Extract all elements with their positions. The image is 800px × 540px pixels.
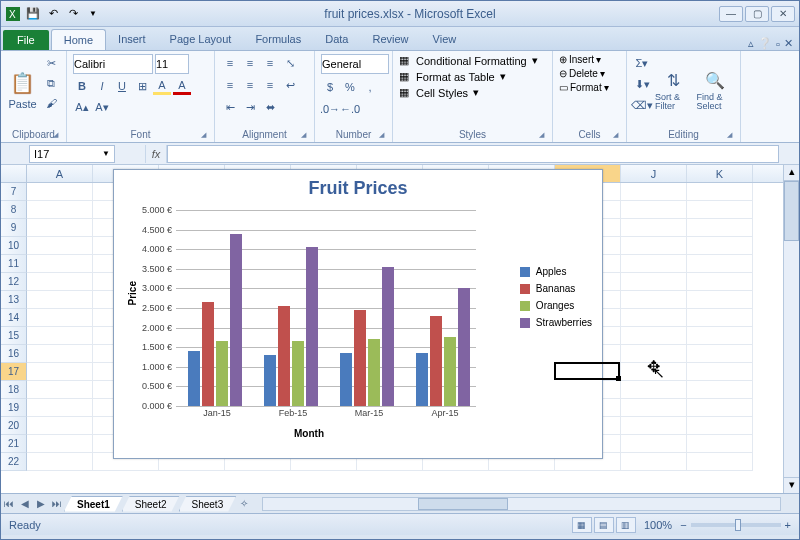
page-layout-view-icon[interactable]: ▤: [594, 517, 614, 533]
cell[interactable]: [621, 399, 687, 417]
cell[interactable]: [621, 327, 687, 345]
vertical-scrollbar[interactable]: ▴ ▾: [783, 165, 799, 493]
col-header[interactable]: A: [27, 165, 93, 182]
cell[interactable]: [621, 435, 687, 453]
comma-icon[interactable]: ,: [361, 78, 379, 96]
cell[interactable]: [687, 435, 753, 453]
format-cells-button[interactable]: ▭ Format ▾: [559, 82, 620, 93]
bold-button[interactable]: B: [73, 77, 91, 95]
row-header[interactable]: 21: [1, 435, 27, 453]
merge-center-icon[interactable]: ⬌: [261, 98, 279, 116]
decrease-indent-icon[interactable]: ⇤: [221, 98, 239, 116]
cell[interactable]: [27, 201, 93, 219]
tab-insert[interactable]: Insert: [106, 29, 158, 50]
col-header[interactable]: K: [687, 165, 753, 182]
cell[interactable]: [27, 417, 93, 435]
select-all-corner[interactable]: [1, 165, 27, 182]
next-sheet-icon[interactable]: ▶: [33, 498, 49, 509]
tab-page-layout[interactable]: Page Layout: [158, 29, 244, 50]
cell[interactable]: [687, 237, 753, 255]
cell[interactable]: [687, 453, 753, 471]
cell[interactable]: [27, 435, 93, 453]
row-header[interactable]: 18: [1, 381, 27, 399]
cell[interactable]: [687, 273, 753, 291]
align-left-icon[interactable]: ≡: [221, 76, 239, 94]
tab-review[interactable]: Review: [360, 29, 420, 50]
cell[interactable]: [687, 399, 753, 417]
cell[interactable]: [27, 219, 93, 237]
copy-icon[interactable]: ⧉: [42, 74, 60, 92]
cell[interactable]: [687, 291, 753, 309]
cell[interactable]: [621, 201, 687, 219]
cell[interactable]: [621, 255, 687, 273]
normal-view-icon[interactable]: ▦: [572, 517, 592, 533]
cell[interactable]: [27, 327, 93, 345]
cell-styles-button[interactable]: ▦ Cell Styles ▾: [399, 86, 546, 99]
cell[interactable]: [621, 219, 687, 237]
qat-dropdown-icon[interactable]: ▼: [85, 6, 101, 22]
format-as-table-button[interactable]: ▦ Format as Table ▾: [399, 70, 546, 83]
restore-button[interactable]: ▢: [745, 6, 769, 22]
help-icon[interactable]: ❔: [758, 37, 772, 50]
row-header[interactable]: 17: [1, 363, 27, 381]
new-sheet-icon[interactable]: ✧: [236, 498, 252, 509]
font-size-combo[interactable]: [155, 54, 189, 74]
increase-indent-icon[interactable]: ⇥: [241, 98, 259, 116]
cell[interactable]: [687, 363, 753, 381]
format-painter-icon[interactable]: 🖌: [42, 94, 60, 112]
percent-icon[interactable]: %: [341, 78, 359, 96]
minimize-ribbon-icon[interactable]: ▵: [748, 37, 754, 50]
cell[interactable]: [27, 363, 93, 381]
row-header[interactable]: 16: [1, 345, 27, 363]
col-header[interactable]: J: [621, 165, 687, 182]
window-restore-icon[interactable]: ▫: [776, 38, 780, 50]
zoom-slider[interactable]: [691, 523, 781, 527]
cell[interactable]: [687, 255, 753, 273]
embedded-chart[interactable]: Fruit Prices Price Month 0.000 €0.500 €1…: [113, 169, 603, 459]
cell[interactable]: [27, 453, 93, 471]
cell[interactable]: [27, 273, 93, 291]
cell[interactable]: [621, 237, 687, 255]
sheet-tab[interactable]: Sheet2: [122, 496, 180, 512]
sheet-tab[interactable]: Sheet1: [64, 496, 123, 512]
cell[interactable]: [687, 417, 753, 435]
cell[interactable]: [621, 183, 687, 201]
cell[interactable]: [27, 309, 93, 327]
cell[interactable]: [621, 291, 687, 309]
zoom-in-icon[interactable]: +: [785, 519, 791, 531]
insert-cells-button[interactable]: ⊕ Insert ▾: [559, 54, 620, 65]
autosum-icon[interactable]: Σ▾: [633, 54, 651, 72]
worksheet-grid[interactable]: ABCDEFGHIJK 7891011121314151617181920212…: [1, 165, 799, 493]
delete-cells-button[interactable]: ⊖ Delete ▾: [559, 68, 620, 79]
redo-icon[interactable]: ↷: [65, 6, 81, 22]
border-button[interactable]: ⊞: [133, 77, 151, 95]
accounting-icon[interactable]: $: [321, 78, 339, 96]
fill-icon[interactable]: ⬇▾: [633, 75, 651, 93]
cell[interactable]: [621, 453, 687, 471]
cut-icon[interactable]: ✂: [42, 54, 60, 72]
cell[interactable]: [687, 183, 753, 201]
row-header[interactable]: 9: [1, 219, 27, 237]
first-sheet-icon[interactable]: ⏮: [1, 498, 17, 509]
cell[interactable]: [687, 309, 753, 327]
tab-view[interactable]: View: [421, 29, 469, 50]
close-button[interactable]: ✕: [771, 6, 795, 22]
prev-sheet-icon[interactable]: ◀: [17, 498, 33, 509]
cell[interactable]: [687, 381, 753, 399]
minimize-button[interactable]: —: [719, 6, 743, 22]
formula-input[interactable]: [167, 145, 779, 163]
cell[interactable]: [27, 183, 93, 201]
window-close-icon[interactable]: ✕: [784, 37, 793, 50]
shrink-font-icon[interactable]: A▾: [93, 98, 111, 116]
cell[interactable]: [687, 201, 753, 219]
cell[interactable]: [27, 345, 93, 363]
fx-icon[interactable]: fx: [145, 145, 167, 163]
row-header[interactable]: 15: [1, 327, 27, 345]
row-header[interactable]: 10: [1, 237, 27, 255]
cell[interactable]: [27, 381, 93, 399]
decrease-decimal-icon[interactable]: ←.0: [341, 100, 359, 118]
cell[interactable]: [621, 345, 687, 363]
zoom-level[interactable]: 100%: [644, 519, 672, 531]
cell[interactable]: [27, 399, 93, 417]
page-break-view-icon[interactable]: ▥: [616, 517, 636, 533]
